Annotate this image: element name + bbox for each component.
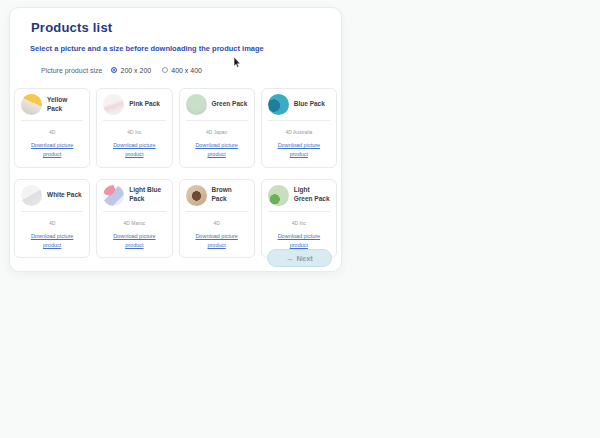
- card-divider: [186, 211, 248, 212]
- size-option-200[interactable]: 200 x 200: [111, 67, 151, 74]
- card-divider: [103, 120, 165, 121]
- product-company: 4D Australia: [266, 129, 332, 135]
- download-picture-link[interactable]: Download picture product: [109, 141, 159, 160]
- download-picture-link[interactable]: Download picture product: [109, 232, 159, 251]
- download-picture-link[interactable]: Download picture product: [192, 141, 242, 160]
- size-option-400[interactable]: 400 x 400: [162, 67, 202, 74]
- download-picture-link[interactable]: Download picture product: [27, 232, 77, 251]
- light-blue-pack-photo: [103, 185, 124, 206]
- card-divider: [21, 120, 83, 121]
- product-name: Blue Pack: [294, 100, 325, 109]
- product-name: White Pack: [47, 191, 82, 200]
- product-card[interactable]: Blue Pack 4D Australia Download picture …: [261, 88, 337, 168]
- brown-pack-photo: [186, 185, 207, 206]
- product-card[interactable]: Yellow Pack 4D Download picture product: [14, 88, 90, 168]
- product-card-header: Brown Pack: [184, 185, 250, 206]
- picture-size-selector: Picture product size 200 x 200 400 x 400: [41, 64, 341, 76]
- pink-pack-photo: [103, 94, 124, 115]
- product-card-header: White Pack: [19, 185, 85, 206]
- card-divider: [21, 211, 83, 212]
- product-card[interactable]: Pink Pack 4D Inc Download picture produc…: [96, 88, 172, 168]
- next-button-label: Next: [297, 254, 313, 263]
- card-divider: [268, 120, 330, 121]
- product-company: 4D Inc: [266, 220, 332, 226]
- product-card-header: Light Green Pack: [266, 185, 332, 206]
- product-company: 4D Maroc: [101, 220, 167, 226]
- card-divider: [268, 211, 330, 212]
- size-radio-400-label[interactable]: 400 x 400: [171, 67, 202, 74]
- size-radio-200[interactable]: [111, 67, 117, 73]
- product-card-header: Pink Pack: [101, 94, 167, 115]
- product-name: Light Blue Pack: [129, 186, 165, 204]
- download-picture-link[interactable]: Download picture product: [274, 141, 324, 160]
- product-name: Light Green Pack: [294, 186, 330, 204]
- product-card[interactable]: Green Pack 4D Japan Download picture pro…: [179, 88, 255, 168]
- product-name: Brown Pack: [212, 186, 248, 204]
- product-card[interactable]: Light Blue Pack 4D Maroc Download pictur…: [96, 179, 172, 259]
- product-card[interactable]: White Pack 4D Download picture product: [14, 179, 90, 259]
- product-company: 4D: [19, 220, 85, 226]
- product-card-header: Blue Pack: [266, 94, 332, 115]
- yellow-pack-photo: [21, 94, 42, 115]
- download-picture-link[interactable]: Download picture product: [27, 141, 77, 160]
- products-list-panel: Products list Select a picture and a siz…: [9, 7, 342, 272]
- page-title: Products list: [31, 20, 341, 35]
- light-green-pack-photo: [268, 185, 289, 206]
- card-divider: [103, 211, 165, 212]
- instructions-text: Select a picture and a size before downl…: [30, 44, 320, 53]
- next-button[interactable]: → Next: [267, 249, 332, 267]
- size-radio-400[interactable]: [162, 67, 168, 73]
- product-card[interactable]: Brown Pack 4D Download picture product: [179, 179, 255, 259]
- product-name: Green Pack: [212, 100, 248, 109]
- blue-pack-photo: [268, 94, 289, 115]
- size-radio-group: 200 x 200 400 x 400: [111, 67, 213, 74]
- white-pack-photo: [21, 185, 42, 206]
- product-grid: Yellow Pack 4D Download picture product …: [14, 88, 337, 258]
- product-company: 4D Japan: [184, 129, 250, 135]
- product-name: Yellow Pack: [47, 96, 83, 114]
- size-radio-200-label[interactable]: 200 x 200: [120, 67, 151, 74]
- product-company: 4D: [19, 129, 85, 135]
- product-card-header: Yellow Pack: [19, 94, 85, 115]
- download-picture-link[interactable]: Download picture product: [274, 232, 324, 251]
- product-card-header: Green Pack: [184, 94, 250, 115]
- product-company: 4D: [184, 220, 250, 226]
- mouse-cursor: [233, 57, 241, 69]
- arrow-right-icon: →: [286, 254, 294, 263]
- product-card-header: Light Blue Pack: [101, 185, 167, 206]
- product-name: Pink Pack: [129, 100, 160, 109]
- size-selector-label: Picture product size: [41, 67, 102, 74]
- download-picture-link[interactable]: Download picture product: [192, 232, 242, 251]
- product-card[interactable]: Light Green Pack 4D Inc Download picture…: [261, 179, 337, 259]
- product-company: 4D Inc: [101, 129, 167, 135]
- green-pack-photo: [186, 94, 207, 115]
- card-divider: [186, 120, 248, 121]
